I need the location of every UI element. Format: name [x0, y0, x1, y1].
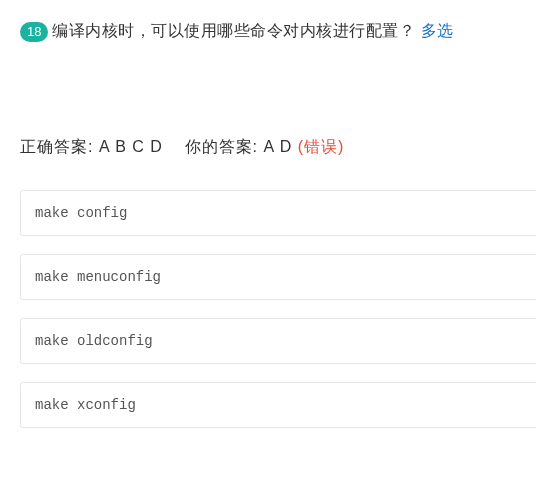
question-text: 编译内核时，可以使用哪些命令对内核进行配置？	[52, 21, 415, 42]
question-number-badge: 18	[20, 22, 48, 42]
correct-answer-label: 正确答案:	[20, 138, 93, 155]
options-list: make config make menuconfig make oldconf…	[20, 190, 536, 428]
your-answer-value: A D	[264, 138, 293, 155]
option-d[interactable]: make xconfig	[20, 382, 536, 428]
question-tag: 多选	[421, 21, 453, 42]
option-b[interactable]: make menuconfig	[20, 254, 536, 300]
correct-answer-value: A B C D	[99, 138, 163, 155]
answer-status: (错误)	[298, 138, 345, 155]
option-c[interactable]: make oldconfig	[20, 318, 536, 364]
your-answer-label: 你的答案:	[185, 138, 258, 155]
answers-line: 正确答案: A B C D 你的答案: A D (错误)	[20, 137, 536, 158]
question-header: 18 编译内核时，可以使用哪些命令对内核进行配置？ 多选	[20, 21, 536, 42]
option-a[interactable]: make config	[20, 190, 536, 236]
